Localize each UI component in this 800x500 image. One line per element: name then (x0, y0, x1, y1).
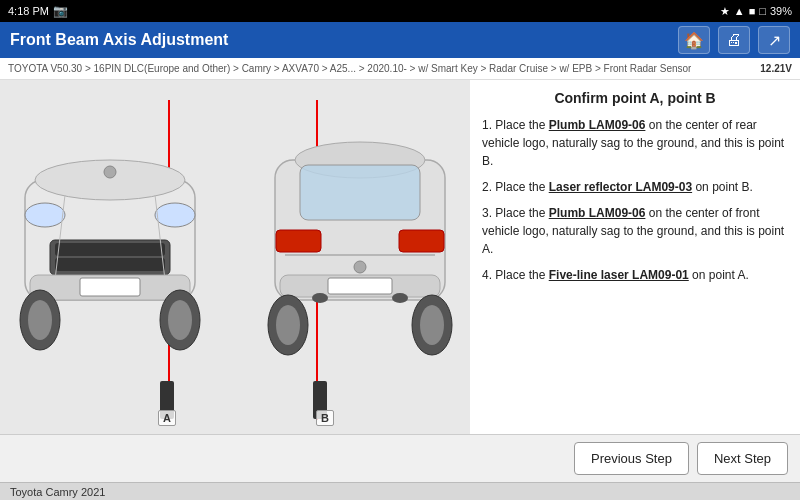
instruction-title: Confirm point A, point B (482, 90, 788, 106)
time-display: 4:18 PM (8, 5, 49, 17)
main-content: A B Confirm point A, point B 1. Place th… (0, 80, 800, 434)
step-1-highlight: Plumb LAM09-06 (549, 118, 646, 132)
step-3-num: 3. (482, 206, 495, 220)
svg-point-30 (392, 293, 408, 303)
step-2-before: Place the (495, 180, 548, 194)
footer: Toyota Camry 2021 VIN 4T1B61AK*M8006311 (0, 482, 800, 500)
svg-rect-19 (276, 230, 321, 252)
svg-point-15 (104, 166, 116, 178)
instruction-panel: Confirm point A, point B 1. Place the Pl… (470, 80, 800, 434)
action-bar: Previous Step Next Step (0, 434, 800, 482)
svg-rect-3 (55, 243, 165, 256)
step-1: 1. Place the Plumb LAM09-06 on the cente… (482, 116, 788, 170)
car-model: Toyota Camry 2021 (10, 486, 141, 498)
svg-rect-10 (80, 278, 140, 296)
status-time: 4:18 PM 📷 (8, 4, 68, 18)
image-panel: A B (0, 80, 470, 434)
rear-car-image (260, 90, 460, 390)
svg-rect-20 (399, 230, 444, 252)
page-title: Front Beam Axis Adjustment (10, 31, 228, 49)
step-3-before: Place the (495, 206, 548, 220)
svg-rect-4 (55, 258, 165, 271)
title-icons: 🏠 🖨 ↗ (678, 26, 790, 54)
step-2-highlight: Laser reflector LAM09-03 (549, 180, 692, 194)
front-car-image (10, 90, 210, 390)
signal-icon: ■ (749, 5, 756, 17)
next-step-button[interactable]: Next Step (697, 442, 788, 475)
svg-point-5 (25, 203, 65, 227)
wifi-icon: ▲ (734, 5, 745, 17)
camera-icon: 📷 (53, 4, 68, 18)
point-a-label: A (158, 410, 176, 426)
status-bar: 4:18 PM 📷 ★ ▲ ■ □ 39% (0, 0, 800, 22)
rear-car-svg (260, 90, 460, 390)
car-container: A B (0, 80, 470, 434)
svg-rect-18 (300, 165, 420, 220)
battery-icon: □ (759, 5, 766, 17)
point-b-label: B (316, 410, 334, 426)
svg-point-28 (420, 305, 444, 345)
battery-percent: 39% (770, 5, 792, 17)
bluetooth-icon: ★ (720, 5, 730, 18)
step-3: 3. Place the Plumb LAM09-06 on the cente… (482, 204, 788, 258)
step-2-after: on point B. (692, 180, 753, 194)
footer-car-info: Toyota Camry 2021 VIN 4T1B61AK*M8006311 (10, 486, 141, 501)
previous-step-button[interactable]: Previous Step (574, 442, 689, 475)
step-4-after: on point A. (689, 268, 749, 282)
svg-point-24 (354, 261, 366, 273)
step-4: 4. Place the Five-line laser LAM09-01 on… (482, 266, 788, 284)
svg-rect-23 (328, 278, 392, 294)
svg-point-14 (168, 300, 192, 340)
step-2-num: 2. (482, 180, 495, 194)
print-button[interactable]: 🖨 (718, 26, 750, 54)
title-bar: Front Beam Axis Adjustment 🏠 🖨 ↗ (0, 22, 800, 58)
svg-point-13 (28, 300, 52, 340)
svg-point-27 (276, 305, 300, 345)
breadcrumb: TOYOTA V50.30 > 16PIN DLC(Europe and Oth… (0, 58, 800, 80)
step-4-highlight: Five-line laser LAM09-01 (549, 268, 689, 282)
home-button[interactable]: 🏠 (678, 26, 710, 54)
step-4-before: Place the (495, 268, 548, 282)
svg-point-29 (312, 293, 328, 303)
step-3-highlight: Plumb LAM09-06 (549, 206, 646, 220)
step-2: 2. Place the Laser reflector LAM09-03 on… (482, 178, 788, 196)
svg-point-6 (155, 203, 195, 227)
export-button[interactable]: ↗ (758, 26, 790, 54)
step-1-before: Place the (495, 118, 548, 132)
step-1-num: 1. (482, 118, 495, 132)
step-4-num: 4. (482, 268, 495, 282)
breadcrumb-path: TOYOTA V50.30 > 16PIN DLC(Europe and Oth… (8, 63, 691, 74)
voltage-display: 12.21V (760, 63, 792, 74)
status-icons: ★ ▲ ■ □ 39% (720, 5, 792, 18)
front-car-svg (10, 90, 210, 390)
